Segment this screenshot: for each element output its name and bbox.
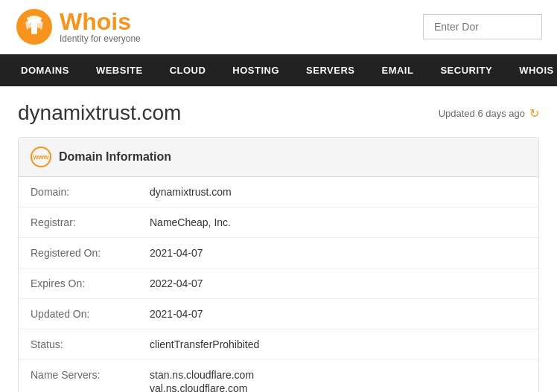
value-expires-on: 2022-04-07 <box>138 269 538 299</box>
main-content: dynamixtrust.com Updated 6 days ago ↻ ww… <box>0 86 557 392</box>
nav-item-cloud[interactable]: CLOUD <box>156 54 220 86</box>
table-row: Domain: dynamixtrust.com <box>19 177 538 208</box>
label-status: Status: <box>19 330 138 360</box>
search-input[interactable] <box>423 14 542 39</box>
table-row: Registrar: NameCheap, Inc. <box>19 208 538 238</box>
label-name-servers: Name Servers: <box>19 360 138 393</box>
value-updated-on: 2021-04-07 <box>138 299 538 330</box>
table-row: Name Servers: stan.ns.cloudflare.com val… <box>19 360 538 393</box>
nav-item-email[interactable]: EMAIL <box>368 54 427 86</box>
navigation: DOMAINS WEBSITE CLOUD HOSTING SERVERS EM… <box>0 54 557 86</box>
label-registered-on: Registered On: <box>19 238 138 269</box>
table-row: Expires On: 2022-04-07 <box>19 269 538 299</box>
nav-item-servers[interactable]: SERVERS <box>293 54 368 86</box>
svg-rect-1 <box>31 21 37 34</box>
updated-text: Updated 6 days ago <box>439 108 525 119</box>
label-updated-on: Updated On: <box>19 299 138 330</box>
label-domain: Domain: <box>19 177 138 208</box>
refresh-icon[interactable]: ↻ <box>529 106 539 121</box>
nav-item-domains[interactable]: DOMAINS <box>7 54 83 86</box>
value-registrar: NameCheap, Inc. <box>138 208 538 238</box>
table-row: Updated On: 2021-04-07 <box>19 299 538 330</box>
value-domain: dynamixtrust.com <box>138 177 538 208</box>
logo-tagline: Identity for everyone <box>60 33 141 44</box>
logo-text: Whois Identity for everyone <box>60 10 141 44</box>
table-row: Status: clientTransferProhibited <box>19 330 538 360</box>
info-card-title: Domain Information <box>59 150 171 164</box>
logo-whois-text: Whois <box>60 10 141 33</box>
ns1: stan.ns.cloudflare.com <box>150 369 526 381</box>
value-registered-on: 2021-04-07 <box>138 238 538 269</box>
info-card-header: www Domain Information <box>19 138 538 177</box>
label-expires-on: Expires On: <box>19 269 138 299</box>
label-registrar: Registrar: <box>19 208 138 238</box>
value-name-servers: stan.ns.cloudflare.com val.ns.cloudflare… <box>138 360 538 393</box>
info-table: Domain: dynamixtrust.com Registrar: Name… <box>19 177 538 392</box>
logo-icon <box>15 7 54 46</box>
nav-item-website[interactable]: WEBSITE <box>83 54 156 86</box>
domain-title: dynamixtrust.com <box>18 101 181 125</box>
nav-item-security[interactable]: SECURITY <box>427 54 506 86</box>
value-status: clientTransferProhibited <box>138 330 538 360</box>
nav-item-hosting[interactable]: HOSTING <box>219 54 293 86</box>
logo-area: Whois Identity for everyone <box>15 7 141 46</box>
name-servers-list: stan.ns.cloudflare.com val.ns.cloudflare… <box>150 369 526 392</box>
ns2: val.ns.cloudflare.com <box>150 382 526 392</box>
updated-info: Updated 6 days ago ↻ <box>439 106 539 121</box>
table-row: Registered On: 2021-04-07 <box>19 238 538 269</box>
info-card: www Domain Information Domain: dynamixtr… <box>18 137 539 392</box>
www-icon: www <box>31 147 51 167</box>
nav-item-whois[interactable]: WHOIS <box>506 54 557 86</box>
header: Whois Identity for everyone <box>0 0 557 54</box>
domain-header: dynamixtrust.com Updated 6 days ago ↻ <box>18 101 539 125</box>
